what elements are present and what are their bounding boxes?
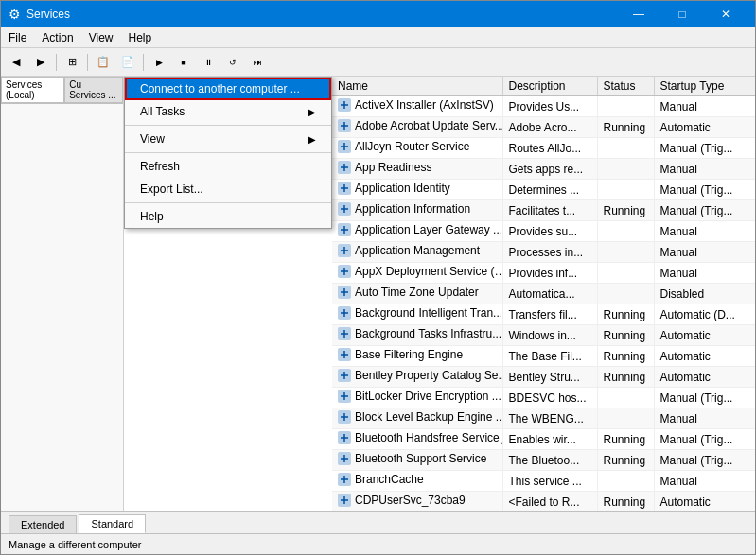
table-row[interactable]: CDPUserSvc_73cba9<Failed to R...RunningA…	[332, 492, 755, 512]
resume-service-button[interactable]: ⏭	[246, 52, 269, 73]
table-row[interactable]: App ReadinessGets apps re...ManualLoc	[332, 159, 755, 180]
toolbar-sep-3	[143, 54, 144, 71]
start-service-button[interactable]: ▶	[148, 52, 170, 73]
cell-name: Application Identity	[332, 180, 502, 200]
context-menu-item-view[interactable]: View ▶	[125, 128, 331, 150]
context-menu-all-tasks-label: All Tasks	[140, 105, 185, 118]
col-desc[interactable]: Description	[502, 77, 597, 96]
properties-button[interactable]: 📄	[116, 52, 139, 73]
left-panel-content	[1, 104, 123, 511]
cell-desc: The Bluetoo...	[502, 450, 597, 471]
cell-status: Running	[597, 346, 654, 367]
menu-help[interactable]: Help	[121, 27, 160, 47]
app-icon: ⚙	[9, 7, 21, 22]
service-row-icon	[338, 348, 351, 361]
service-row-icon	[338, 286, 351, 299]
table-row[interactable]: Background Intelligent Tran...Transfers …	[332, 304, 755, 325]
context-menu-export-label: Export List...	[140, 182, 203, 196]
menu-action[interactable]: Action	[34, 27, 80, 47]
context-menu-item-connect[interactable]: Connect to another computer ...	[125, 78, 331, 100]
pause-service-button[interactable]: ⏸	[197, 52, 220, 73]
cell-startup: Automatic	[654, 492, 755, 512]
title-bar-controls: — □ ✕	[617, 1, 747, 27]
col-name[interactable]: Name	[332, 77, 502, 96]
services-local-tab[interactable]: Services (Local)	[1, 77, 64, 103]
col-startup[interactable]: Startup Type	[654, 77, 755, 96]
panel-tabs: Services (Local) Cu Services ...	[1, 77, 123, 104]
table-row[interactable]: BitLocker Drive Encryption ...BDESVC hos…	[332, 388, 755, 408]
back-button[interactable]: ◀	[5, 52, 27, 73]
cell-status: Running	[597, 325, 654, 346]
col-status[interactable]: Status	[597, 77, 654, 96]
service-row-icon	[338, 244, 351, 257]
cell-desc: The Base Fil...	[502, 346, 597, 367]
table-row[interactable]: Base Filtering EngineThe Base Fil...Runn…	[332, 346, 755, 367]
table-row[interactable]: AppX Deployment Service (…Provides inf..…	[332, 263, 755, 284]
minimize-button[interactable]: —	[617, 1, 660, 27]
cell-desc: Transfers fil...	[502, 304, 597, 325]
restart-service-button[interactable]: ↺	[221, 52, 244, 73]
table-row[interactable]: Application Layer Gateway ...Provides su…	[332, 221, 755, 242]
toolbar-sep-1	[56, 54, 57, 71]
cell-desc: Processes in...	[502, 242, 597, 263]
cell-status	[597, 408, 654, 429]
context-menu-item-help[interactable]: Help	[125, 205, 331, 228]
tab-extended[interactable]: Extended	[9, 515, 77, 533]
cell-status: Running	[597, 450, 654, 471]
forward-button[interactable]: ▶	[29, 52, 52, 73]
cell-startup: Manual	[654, 221, 755, 242]
table-row[interactable]: Application ManagementProcesses in...Man…	[332, 242, 755, 263]
toolbar-sep-2	[87, 54, 88, 71]
context-menu-sep-3	[125, 202, 331, 203]
view-arrow-icon: ▶	[308, 134, 316, 145]
table-row[interactable]: AllJoyn Router ServiceRoutes AllJo...Man…	[332, 138, 755, 159]
cell-desc: Windows in...	[502, 325, 597, 346]
table-row[interactable]: Bentley Property Catalog Se...Bentley St…	[332, 367, 755, 388]
table-row[interactable]: Bluetooth Support ServiceThe Bluetoo...R…	[332, 450, 755, 471]
table-row[interactable]: Adobe Acrobat Update Serv...Adobe Acro..…	[332, 117, 755, 138]
show-hide-button[interactable]: 📋	[92, 52, 114, 73]
context-menu-item-refresh[interactable]: Refresh	[125, 155, 331, 178]
menu-file[interactable]: File	[1, 27, 34, 47]
menu-view[interactable]: View	[81, 27, 121, 47]
table-row[interactable]: Block Level Backup Engine ...The WBENG..…	[332, 408, 755, 429]
services-tab-2[interactable]: Cu Services ...	[64, 77, 123, 103]
table-row[interactable]: ActiveX Installer (AxInstSV)Provides Us.…	[332, 96, 755, 117]
context-menu-connect-label: Connect to another computer ...	[140, 82, 300, 95]
table-row[interactable]: Bluetooth Handsfree ServiceEnables wir..…	[332, 429, 755, 450]
maximize-button[interactable]: □	[660, 1, 704, 27]
service-row-icon	[338, 494, 351, 507]
table-row[interactable]: BranchCacheThis service ...ManualNet	[332, 471, 755, 492]
context-menu-item-all-tasks[interactable]: All Tasks ▶	[125, 100, 331, 123]
cell-name: Application Management	[332, 242, 502, 263]
cell-status	[597, 180, 654, 200]
cell-name: AllJoyn Router Service	[332, 138, 502, 159]
close-button[interactable]: ✕	[704, 1, 747, 27]
table-row[interactable]: Auto Time Zone UpdaterAutomatica...Disab…	[332, 284, 755, 304]
cell-desc: BDESVC hos...	[502, 388, 597, 408]
cell-name: Block Level Backup Engine ...	[332, 408, 502, 429]
cell-name: Background Intelligent Tran...	[332, 304, 502, 325]
service-row-icon	[338, 369, 351, 382]
cell-startup: Automatic	[654, 117, 755, 138]
context-menu-item-export[interactable]: Export List...	[125, 178, 331, 200]
cell-name: AppX Deployment Service (…	[332, 263, 502, 284]
up-button[interactable]: ⊞	[61, 52, 83, 73]
service-row-icon	[338, 182, 351, 195]
tab-standard[interactable]: Standard	[79, 514, 146, 533]
service-row-icon	[338, 473, 351, 486]
context-menu-sep-1	[125, 125, 331, 126]
left-panel: Services (Local) Cu Services ...	[1, 77, 124, 511]
cell-name: Adobe Acrobat Update Serv...	[332, 117, 502, 138]
cell-startup: Manual	[654, 408, 755, 429]
stop-service-button[interactable]: ■	[172, 52, 195, 73]
table-row[interactable]: Application IdentityDetermines ...Manual…	[332, 180, 755, 200]
cell-desc: Routes AllJo...	[502, 138, 597, 159]
cell-name: BranchCache	[332, 471, 502, 492]
cell-status: Running	[597, 117, 654, 138]
table-row[interactable]: Application InformationFacilitates t...R…	[332, 200, 755, 221]
service-row-icon	[338, 119, 351, 132]
service-row-icon	[338, 306, 351, 320]
cell-startup: Manual (Trig...	[654, 450, 755, 471]
table-row[interactable]: Background Tasks Infrastru...Windows in.…	[332, 325, 755, 346]
